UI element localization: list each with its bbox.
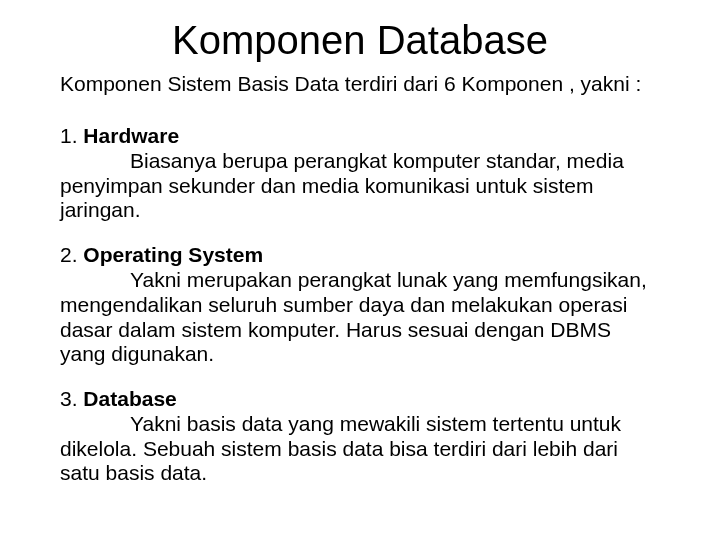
slide-content: Komponen Database Komponen Sistem Basis …: [0, 0, 720, 526]
item-number: 2.: [60, 243, 83, 266]
list-item: 3. Database Yakni basis data yang mewaki…: [60, 387, 660, 486]
item-description: Biasanya berupa perangkat komputer stand…: [60, 149, 660, 223]
slide-title: Komponen Database: [60, 18, 660, 63]
list-item: 2. Operating System Yakni merupakan pera…: [60, 243, 660, 367]
item-name: Database: [83, 387, 176, 410]
item-number: 3.: [60, 387, 83, 410]
item-description: Yakni basis data yang mewakili sistem te…: [60, 412, 660, 486]
item-desc-text: Yakni merupakan perangkat lunak yang mem…: [60, 268, 647, 365]
list-item: 1. Hardware Biasanya berupa perangkat ko…: [60, 124, 660, 223]
item-description: Yakni merupakan perangkat lunak yang mem…: [60, 268, 660, 367]
item-name: Hardware: [83, 124, 179, 147]
item-name: Operating System: [83, 243, 263, 266]
item-desc-text: Biasanya berupa perangkat komputer stand…: [60, 149, 624, 222]
item-number: 1.: [60, 124, 83, 147]
intro-text: Komponen Sistem Basis Data terdiri dari …: [60, 71, 660, 96]
item-desc-text: Yakni basis data yang mewakili sistem te…: [60, 412, 621, 485]
